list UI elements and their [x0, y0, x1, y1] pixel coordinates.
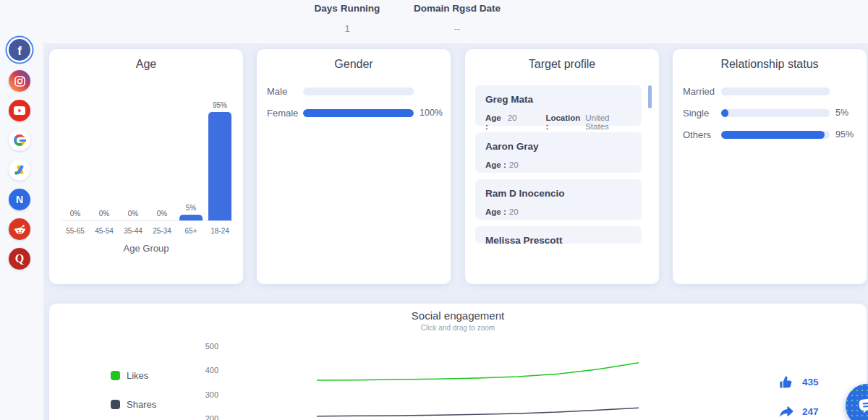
row-value: 100%: [420, 108, 443, 118]
legend-item-shares[interactable]: Shares: [111, 399, 156, 410]
sidebar-item-google-ads[interactable]: [9, 159, 30, 181]
x-axis-title: Age Group: [49, 243, 243, 254]
relationship-row-single: Single 5%: [683, 108, 848, 118]
y-tick-label: 200: [197, 414, 218, 420]
x-tick-label: 55-65: [61, 227, 90, 235]
relationship-row-others: Others 95%: [683, 129, 854, 140]
n-icon: N: [16, 194, 23, 205]
share-icon: [778, 404, 793, 419]
gender-card: Gender Male Female 100%: [257, 49, 451, 284]
shares-swatch: [111, 400, 120, 409]
chat-bubble-icon: [857, 397, 868, 415]
bar-fill: [721, 109, 728, 117]
profile-name: Greg Mata: [485, 94, 631, 105]
row-value: 95%: [835, 129, 854, 140]
list-item[interactable]: Aaron Gray Age : 20: [475, 132, 642, 173]
relationship-status-card: Relationship status Married Single 5% Ot…: [673, 49, 867, 284]
bar-value-label: 5%: [186, 204, 196, 212]
row-label: Married: [683, 86, 721, 97]
sidebar-item-instagram[interactable]: [9, 70, 30, 92]
likes-line: [317, 363, 639, 380]
social-engagement-subtitle: Click and drag to zoom: [49, 324, 867, 332]
shares-stat: 247: [778, 404, 819, 419]
shares-line: [317, 408, 639, 416]
x-axis-ticks: 55-65 45-54 35-44 25-34 65+ 18-24: [61, 227, 234, 235]
x-tick-label: 18-24: [205, 227, 234, 235]
row-label: Others: [683, 129, 721, 140]
relationship-row-married: Married: [683, 86, 835, 96]
gender-card-title: Gender: [257, 58, 451, 71]
age-bar-col: 95%: [205, 101, 234, 220]
row-value: 5%: [835, 108, 848, 118]
bar-value-label: 0%: [128, 210, 138, 218]
target-profile-title: Target profile: [465, 58, 659, 71]
relationship-status-title: Relationship status: [673, 58, 867, 71]
male-bar[interactable]: [303, 87, 414, 95]
scrollbar[interactable]: [648, 85, 652, 108]
sidebar-item-facebook[interactable]: f: [9, 39, 30, 61]
sidebar-item-youtube[interactable]: [9, 100, 30, 121]
y-tick-label: 400: [197, 366, 218, 374]
header-stat-domain-rgsd-date: Domain Rgsd Date --: [403, 3, 511, 34]
google-ads-icon: [14, 164, 26, 176]
google-icon: [14, 134, 25, 146]
row-label: Single: [683, 108, 721, 119]
sidebar-item-reddit[interactable]: [9, 218, 30, 240]
legend-item-likes[interactable]: Likes: [111, 370, 148, 381]
profile-name: Aaron Gray: [485, 141, 631, 152]
legend-label: Shares: [127, 399, 156, 410]
age-bar[interactable]: [179, 215, 203, 220]
age-key: Age :: [485, 113, 505, 131]
likes-count: 435: [802, 377, 819, 387]
location-value: United States: [585, 113, 631, 131]
shares-count: 247: [802, 406, 819, 417]
days-running-value: 1: [293, 23, 401, 34]
gender-row-female: Female 100%: [267, 108, 443, 118]
profile-list: Greg Mata Age : 20 Location : United Sta…: [475, 85, 642, 292]
single-bar[interactable]: [721, 109, 830, 117]
youtube-icon: [14, 106, 25, 115]
engagement-line-chart[interactable]: [302, 333, 650, 420]
age-key: Age :: [485, 207, 506, 216]
age-bar-col: 0%: [119, 210, 148, 220]
others-bar[interactable]: [721, 131, 830, 139]
facebook-icon: f: [17, 44, 22, 59]
list-item[interactable]: Melissa Prescott: [475, 226, 642, 244]
instagram-icon: [14, 76, 25, 87]
bar-fill: [303, 109, 414, 117]
domain-rgsd-date-label: Domain Rgsd Date: [403, 3, 511, 14]
married-bar[interactable]: [721, 87, 830, 95]
domain-rgsd-date-value: --: [403, 23, 511, 34]
female-bar[interactable]: [303, 109, 414, 117]
bar-value-label: 0%: [99, 210, 109, 218]
row-label: Female: [267, 108, 303, 119]
likes-stat: 435: [778, 374, 819, 390]
age-bar-col: 0%: [148, 210, 176, 220]
x-tick-label: 65+: [176, 227, 205, 235]
reddit-icon: [14, 224, 26, 235]
age-bar-col: 5%: [176, 204, 205, 220]
sidebar-item-google[interactable]: [9, 129, 30, 151]
x-axis-line: [61, 220, 234, 221]
x-tick-label: 25-34: [148, 227, 176, 235]
age-value: 20: [509, 207, 519, 216]
x-tick-label: 45-54: [90, 227, 119, 235]
platform-sidebar: f N Q: [5, 36, 34, 270]
age-bar-col: 0%: [61, 210, 90, 220]
age-value: 20: [509, 160, 519, 169]
y-tick-label: 300: [197, 390, 218, 399]
sidebar-item-naver[interactable]: N: [9, 189, 30, 210]
age-card-title: Age: [49, 58, 243, 71]
y-tick-label: 500: [197, 342, 218, 351]
bar-value-label: 0%: [70, 210, 80, 218]
age-bar[interactable]: [208, 112, 231, 220]
list-item[interactable]: Greg Mata Age : 20 Location : United Sta…: [475, 85, 642, 126]
list-item[interactable]: Ram D Inocencio Age : 20: [475, 179, 642, 220]
social-engagement-card: Social engagement Click and drag to zoom…: [49, 304, 867, 420]
legend-label: Likes: [127, 370, 148, 381]
profile-name: Ram D Inocencio: [485, 188, 631, 199]
likes-swatch: [111, 371, 120, 380]
age-value: 20: [508, 113, 517, 131]
sidebar-item-quora[interactable]: Q: [9, 248, 30, 270]
days-running-label: Days Running: [293, 3, 401, 14]
